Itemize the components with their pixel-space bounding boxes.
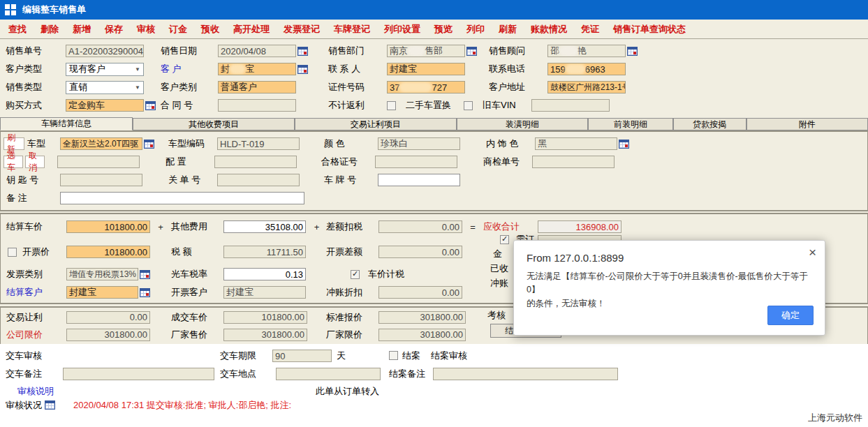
settle-customer-lookup-icon[interactable] (140, 288, 150, 297)
close-case-checkbox[interactable] (389, 351, 398, 360)
select-car-button[interactable]: 选车 (3, 156, 23, 168)
customs-no-field[interactable] (217, 174, 300, 186)
id-number-field[interactable]: 37727 (387, 81, 465, 93)
delivery-place-field[interactable] (276, 368, 381, 380)
inspection-no-field[interactable] (532, 156, 615, 168)
sale-type-select[interactable]: 直销▼ (66, 81, 144, 94)
tab-other-fees[interactable]: 其他收费项目 (133, 118, 295, 130)
sales-date-field[interactable]: 2020/04/08 (218, 45, 296, 57)
toolbar-order-query-status[interactable]: 销售订单查询状态 (606, 23, 693, 36)
tab-vehicle-settlement[interactable]: 车辆结算信息 (0, 117, 133, 130)
cert-no-label: 合格证号 (321, 156, 375, 168)
vehicle-extra-field[interactable] (57, 156, 140, 168)
invoice-price-field[interactable]: 101800.00 (66, 246, 150, 258)
cert-no-field[interactable] (375, 156, 457, 168)
other-fee-field[interactable]: 35108.00 (223, 220, 306, 233)
toolbar-preview[interactable]: 预览 (427, 23, 459, 36)
contract-no-field[interactable] (218, 99, 296, 112)
title-bar: 编辑整车销售单 (0, 0, 868, 20)
toolbar-invoice-register[interactable]: 发票登记 (277, 23, 327, 36)
interior-color-field[interactable]: 黑 (535, 137, 617, 150)
contact-field[interactable]: 封建宝 (387, 63, 465, 75)
consultant-label: 销售顾问 (489, 45, 547, 57)
tax-amount-field[interactable]: 11711.50 (223, 246, 306, 258)
toolbar-advance-receipt[interactable]: 预收 (194, 23, 226, 36)
tab-loan-mortgage[interactable]: 贷款按揭 (673, 118, 746, 130)
key-no-field[interactable] (60, 174, 142, 186)
trade-in-checkbox[interactable] (464, 101, 473, 110)
customer-address-field[interactable]: 鼓楼区广州路213-1号 (547, 81, 626, 93)
delivery-remark-field[interactable] (63, 368, 214, 380)
concession-field[interactable]: 0.00 (66, 311, 150, 324)
model-lookup-icon[interactable] (144, 140, 154, 149)
toolbar-markup-process[interactable]: 高开处理 (226, 23, 277, 36)
close-remark-field[interactable] (433, 368, 618, 380)
tab-decoration-detail[interactable]: 装潢明细 (457, 118, 588, 130)
deal-price-field[interactable]: 101800.00 (223, 311, 307, 324)
sales-date-calendar-icon[interactable] (297, 47, 308, 56)
sales-dept-lookup-icon[interactable] (466, 47, 477, 56)
customer-type-select[interactable]: 现有客户▼ (66, 63, 144, 76)
invoice-price-checkbox[interactable] (8, 248, 17, 257)
factory-price-field[interactable]: 301800.00 (223, 329, 307, 341)
tab-concession-items[interactable]: 交易让利项目 (295, 118, 457, 130)
plate-no-label: 车 牌 号 (324, 174, 378, 186)
receivable-total-field[interactable]: 136908.00 (538, 220, 621, 233)
tab-attachments[interactable]: 附件 (746, 118, 868, 130)
plate-no-field[interactable] (378, 174, 460, 186)
alert-close-icon[interactable]: × (809, 245, 816, 260)
toolbar-voucher[interactable]: 凭证 (574, 23, 606, 36)
factory-limit-field[interactable]: 301800.00 (378, 329, 466, 341)
need-order-checkbox[interactable] (500, 235, 509, 244)
delivery-deadline-field[interactable]: 90 (272, 350, 332, 362)
car-price-tax-checkbox[interactable] (351, 270, 360, 279)
customer-field[interactable]: 封宝 (218, 63, 296, 75)
customer-lookup-icon[interactable] (297, 65, 308, 74)
toolbar-refresh[interactable]: 刷新 (492, 23, 524, 36)
toolbar-find[interactable]: 查找 (1, 23, 34, 36)
audit-status-grid-icon[interactable] (45, 400, 55, 410)
toolbar-plate-register[interactable]: 车牌登记 (327, 23, 377, 36)
phone-field[interactable]: 1596963 (547, 63, 626, 75)
invoice-customer-field[interactable]: 封建宝 (223, 286, 306, 299)
model-code-field[interactable]: HLD-T-019 (217, 137, 300, 150)
toolbar-account-status[interactable]: 账款情况 (524, 23, 574, 36)
purchase-mode-field[interactable]: 定金购车 (66, 99, 144, 112)
sales-consultant-field[interactable]: 邵艳 (547, 45, 626, 57)
invoice-diff-field[interactable]: 0.00 (378, 246, 462, 258)
tax-rate-field[interactable]: 0.13 (223, 268, 306, 280)
std-quote-field[interactable]: 301800.00 (378, 311, 466, 324)
config-field[interactable] (214, 156, 297, 168)
toolbar-print-settings[interactable]: 列印设置 (377, 23, 427, 36)
toolbar-delete[interactable]: 删除 (34, 23, 66, 36)
invoice-type-lookup-icon[interactable] (140, 270, 150, 279)
purchase-mode-lookup-icon[interactable] (145, 101, 156, 110)
alert-ok-button[interactable]: 确定 (767, 306, 814, 325)
tab-preinstall-detail[interactable]: 前装明细 (588, 118, 673, 130)
sales-dept-field[interactable]: 南京售部 (387, 45, 465, 57)
toolbar-audit[interactable]: 审核 (130, 23, 162, 36)
toolbar-deposit[interactable]: 订金 (162, 23, 194, 36)
settle-customer-field[interactable]: 封建宝 (66, 286, 138, 299)
color-field[interactable]: 珍珠白 (378, 137, 460, 150)
toolbar-save[interactable]: 保存 (98, 23, 130, 36)
company-limit-field[interactable]: 301800.00 (66, 329, 150, 341)
remark-field[interactable] (60, 192, 304, 204)
toolbar-add[interactable]: 新增 (66, 23, 98, 36)
refresh-button[interactable]: 刷新 (3, 137, 24, 150)
settle-customer-label: 结算客户 (6, 286, 66, 299)
settle-price-field[interactable]: 101800.00 (66, 220, 150, 233)
sales-consultant-lookup-icon[interactable] (627, 47, 638, 56)
sales-no-field[interactable]: A1-202003290004 (66, 45, 144, 57)
no-rebate-checkbox[interactable] (387, 101, 396, 110)
audit-note-link[interactable]: 审核说明 (17, 385, 54, 398)
interior-color-lookup-icon[interactable] (619, 140, 629, 149)
toolbar-print[interactable]: 列印 (459, 23, 492, 36)
invoice-type-field[interactable]: 增值专用税票13% (66, 268, 138, 280)
cancel-select-button[interactable]: 取消 (25, 156, 45, 168)
old-vin-field[interactable] (531, 99, 610, 112)
customer-class-field[interactable]: 普通客户 (218, 81, 296, 93)
model-field[interactable]: 全新汉兰达2.0T四驱 (60, 137, 142, 150)
diff-tax-field[interactable]: 0.00 (378, 220, 462, 233)
offset-discount-field[interactable]: 0.00 (378, 286, 462, 299)
